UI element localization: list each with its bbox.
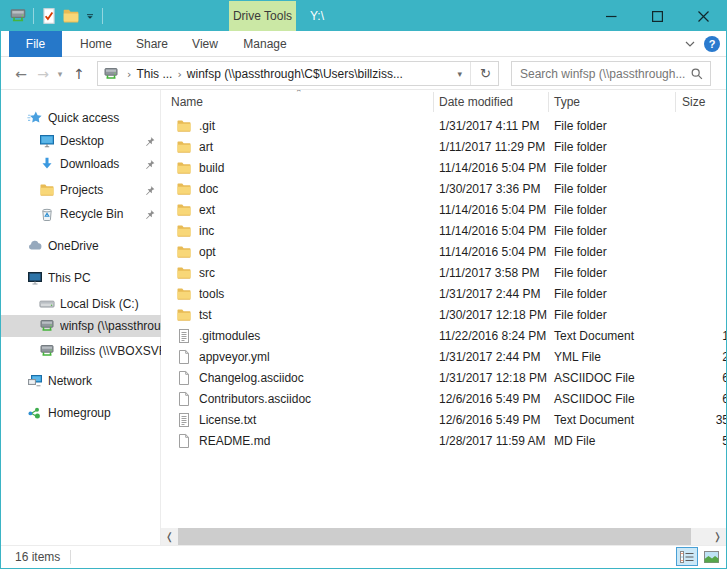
sidebar-item-label: Recycle Bin (60, 207, 143, 221)
file-row[interactable]: inc11/14/2016 5:04 PMFile folder (161, 221, 726, 242)
refresh-icon[interactable]: ↻ (473, 66, 498, 81)
breadcrumb-segment[interactable]: winfsp (\\passthrough\C$\Users\billziss.… (187, 67, 403, 81)
sidebar-item-label: billziss (\\VBOXSVR) (60, 344, 161, 358)
address-bar[interactable]: ›This ...›winfsp (\\passthrough\C$\Users… (97, 61, 499, 86)
folder-icon (176, 307, 192, 323)
file-row[interactable]: build11/14/2016 5:04 PMFile folder (161, 158, 726, 179)
pin-icon (143, 158, 156, 171)
items-count: 16 items (15, 550, 60, 564)
column-header-size[interactable]: Size (682, 90, 726, 114)
sidebar-item-label: winfsp (\\passthrough (60, 319, 161, 333)
maximize-button[interactable] (634, 1, 680, 31)
tab-manage[interactable]: Manage (235, 31, 295, 57)
file-row[interactable]: tst1/30/2017 12:18 PMFile folder (161, 305, 726, 326)
details-view-icon (680, 551, 694, 563)
scroll-left-arrow-icon[interactable]: ❬ (161, 528, 178, 545)
file-row[interactable]: .git1/31/2017 4:11 PMFile folder (161, 116, 726, 137)
file-row[interactable]: Changelog.asciidoc1/31/2017 12:18 PMASCI… (161, 368, 726, 389)
breadcrumb-chevron-icon[interactable]: › (177, 68, 181, 81)
file-type: ASCIIDOC File (554, 389, 672, 410)
file-date-modified: 11/14/2016 5:04 PM (439, 221, 547, 242)
address-dropdown-chevron-icon[interactable]: ▾ (452, 69, 469, 79)
search-icon[interactable] (690, 67, 704, 81)
folder-icon (176, 118, 192, 134)
file-row[interactable]: tools1/31/2017 2:44 PMFile folder (161, 284, 726, 305)
minimize-icon (606, 11, 617, 22)
sidebar-item-homegroup[interactable]: Homegroup (1, 402, 161, 424)
ribbon-tab-row: File HomeShareView Manage ? (1, 31, 726, 57)
file-list-pane: Name ⌃ Date modified Type Size .git1/31/… (161, 90, 726, 545)
breadcrumb-chevron-icon[interactable]: › (127, 68, 131, 81)
file-row[interactable]: src1/11/2017 3:58 PMFile folder (161, 263, 726, 284)
column-header-date-modified[interactable]: Date modified (439, 90, 539, 114)
sidebar-item-local-disk-c[interactable]: Local Disk (C:) (1, 293, 161, 315)
file-size: 1 (669, 326, 726, 347)
sidebar-item-onedrive[interactable]: OneDrive (1, 235, 161, 257)
tab-view[interactable]: View (183, 31, 227, 57)
column-divider[interactable] (433, 92, 434, 112)
file-row[interactable]: ext11/14/2016 5:04 PMFile folder (161, 200, 726, 221)
file-date-modified: 1/31/2017 2:44 PM (439, 347, 547, 368)
sidebar-item-winfsp-passthrough[interactable]: winfsp (\\passthrough (1, 315, 161, 337)
details-view-button[interactable] (676, 547, 698, 566)
sidebar-item-recycle-bin[interactable]: Recycle Bin (1, 203, 161, 225)
breadcrumb-segment[interactable]: This ... (136, 67, 172, 81)
column-divider[interactable] (548, 92, 549, 112)
tab-share[interactable]: Share (127, 31, 177, 57)
file-date-modified: 12/6/2016 5:49 PM (439, 410, 547, 431)
text-document-icon (176, 412, 192, 428)
file-row[interactable]: Contributors.asciidoc12/6/2016 5:49 PMAS… (161, 389, 726, 410)
sidebar-item-billziss-vboxsvr[interactable]: billziss (\\VBOXSVR) (1, 340, 161, 362)
sidebar-item-this-pc[interactable]: This PC (1, 267, 161, 289)
sidebar-item-label: OneDrive (48, 239, 161, 253)
file-name: opt (199, 242, 429, 263)
text-document-icon (176, 328, 192, 344)
file-row[interactable]: doc1/30/2017 3:36 PMFile folder (161, 179, 726, 200)
new-folder-button[interactable] (62, 7, 84, 25)
sidebar-item-network[interactable]: Network (1, 370, 161, 392)
file-icon (176, 433, 192, 449)
scrollbar-thumb[interactable] (178, 528, 691, 545)
close-button[interactable] (680, 1, 726, 31)
column-header-type[interactable]: Type (554, 90, 654, 114)
tab-file[interactable]: File (9, 31, 62, 57)
file-type: File folder (554, 137, 672, 158)
scroll-right-arrow-icon[interactable]: ❭ (709, 528, 726, 545)
back-button[interactable]: ← (11, 57, 31, 90)
file-type: File folder (554, 242, 672, 263)
file-row[interactable]: README.md1/28/2017 11:59 AMMD File5 (161, 431, 726, 452)
title-bar: Drive Tools Y:\ (1, 1, 726, 31)
file-type: Text Document (554, 410, 672, 431)
file-explorer-window: Drive Tools Y:\ File HomeShareView Manag… (0, 0, 727, 569)
sidebar-item-downloads[interactable]: Downloads (1, 153, 161, 175)
sort-ascending-icon: ⌃ (295, 90, 303, 98)
file-row[interactable]: .gitmodules11/22/2016 8:24 PMText Docume… (161, 326, 726, 347)
contextual-tab-drive-tools[interactable]: Drive Tools (229, 1, 296, 31)
recent-locations-chevron-icon[interactable]: ▾ (53, 57, 67, 90)
forward-button[interactable]: → (33, 57, 53, 90)
file-size: 35 (669, 410, 726, 431)
sidebar-item-desktop[interactable]: Desktop (1, 130, 161, 152)
horizontal-scrollbar[interactable]: ❬ ❭ (161, 528, 726, 545)
file-row[interactable]: appveyor.yml1/31/2017 2:44 PMYML File2 (161, 347, 726, 368)
up-button[interactable]: ↑ (69, 57, 89, 90)
search-input[interactable]: Search winfsp (\\passthrough... (511, 61, 711, 86)
sidebar-item-quick-access[interactable]: Quick access (1, 107, 161, 129)
ribbon-collapse-chevron-icon[interactable] (684, 38, 696, 50)
sidebar-item-label: Local Disk (C:) (60, 297, 161, 311)
thumbnails-view-button[interactable] (700, 547, 722, 566)
file-row[interactable]: opt11/14/2016 5:04 PMFile folder (161, 242, 726, 263)
sidebar-item-projects[interactable]: Projects (1, 179, 161, 201)
customize-caret-button[interactable] (84, 7, 100, 25)
file-date-modified: 1/31/2017 12:18 PM (439, 368, 547, 389)
file-row[interactable]: License.txt12/6/2016 5:49 PMText Documen… (161, 410, 726, 431)
column-divider[interactable] (675, 92, 676, 112)
file-size: 5 (669, 431, 726, 452)
help-button[interactable]: ? (704, 36, 720, 52)
address-bar-row: ← → ▾ ↑ ›This ...›winfsp (\\passthrough\… (1, 57, 726, 90)
properties-button[interactable] (40, 7, 62, 25)
file-row[interactable]: art1/11/2017 11:29 PMFile folder (161, 137, 726, 158)
column-header-name[interactable]: Name ⌃ (171, 90, 421, 114)
tab-home[interactable]: Home (71, 31, 121, 57)
minimize-button[interactable] (588, 1, 634, 31)
